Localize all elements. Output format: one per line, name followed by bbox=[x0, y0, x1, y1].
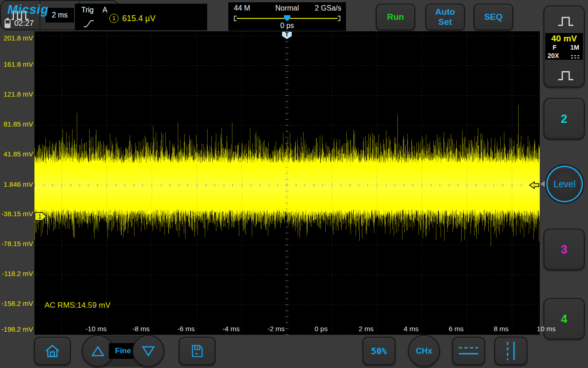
channel3-button[interactable]: 3 bbox=[543, 229, 585, 270]
rising-edge-icon bbox=[82, 18, 95, 29]
chx-button[interactable]: CHx bbox=[408, 335, 440, 367]
sample-rate: 2 GSa/s bbox=[315, 4, 341, 12]
vertical-cursors-button[interactable] bbox=[494, 337, 527, 365]
vertical-cursors-icon bbox=[504, 341, 517, 361]
trig-label: Trig bbox=[81, 6, 94, 14]
adjust-down-button[interactable] bbox=[132, 335, 164, 367]
knob-pointer-icon bbox=[540, 181, 545, 187]
channel1-info-box[interactable]: 40 mV F 1M 20X bbox=[545, 33, 583, 60]
y-axis-label: -78.15 mV bbox=[0, 240, 33, 247]
x-axis-label: -10 ms bbox=[78, 325, 114, 333]
trigger-position-marker[interactable] bbox=[284, 15, 290, 21]
level-knob[interactable]: Level bbox=[546, 166, 583, 202]
save-icon bbox=[190, 344, 204, 358]
trigger-status-box[interactable]: Trig A 1 615.4 µV bbox=[75, 4, 207, 30]
y-axis-label: 81.85 mV bbox=[0, 120, 33, 128]
x-axis-label: 8 ms bbox=[483, 325, 520, 333]
horizontal-cursors-button[interactable] bbox=[452, 337, 485, 365]
run-button[interactable]: Run bbox=[376, 4, 415, 30]
y-axis-label: 121.8 mV bbox=[0, 90, 33, 98]
channel1-scale: 40 mV bbox=[545, 34, 583, 44]
measurement-readout: AC RMS:14.59 mV bbox=[45, 301, 111, 310]
x-axis-label: -4 ms bbox=[213, 325, 249, 333]
y-axis-label: -38.15 mV bbox=[0, 210, 33, 218]
trigger-level-value: 615.4 µV bbox=[122, 14, 155, 23]
triangle-down-icon bbox=[141, 345, 156, 357]
track-left-bracket bbox=[234, 16, 237, 21]
channel1-button[interactable]: 40 mV F 1M 20X bbox=[543, 6, 585, 87]
x-axis-label: 2 ms bbox=[348, 325, 384, 333]
fifty-percent-button[interactable]: 50% bbox=[362, 337, 396, 365]
channel1-probe: 20X bbox=[548, 52, 559, 59]
pulse-icon[interactable] bbox=[556, 69, 575, 82]
trigger-delay-value: 0 ps bbox=[228, 22, 346, 30]
home-icon bbox=[44, 344, 61, 358]
channel2-button[interactable]: 2 bbox=[543, 98, 585, 139]
micsig-logo: Micsig bbox=[7, 3, 49, 17]
x-axis-label: 6 ms bbox=[438, 325, 475, 333]
coupling-dashes-icon bbox=[571, 55, 579, 59]
track-right-bracket bbox=[338, 16, 340, 21]
y-axis-label: 161.8 mV bbox=[0, 60, 33, 68]
waveform-display[interactable]: T 1 AC RMS:14.59 mV -10 ms -8 ms -6 ms -… bbox=[34, 31, 540, 335]
x-axis-label: 4 ms bbox=[393, 325, 430, 333]
x-axis-label: -2 ms bbox=[258, 325, 294, 333]
seq-button[interactable]: SEQ bbox=[474, 4, 513, 30]
y-axis-label: 201.8 mV bbox=[0, 34, 33, 42]
y-axis-label: -158.2 mV bbox=[0, 299, 33, 307]
acquisition-status-box[interactable]: 44 M Normal 2 GSa/s 0 ps bbox=[228, 2, 346, 31]
autoset-button[interactable]: AutoSet bbox=[425, 4, 465, 30]
horizontal-cursors-icon bbox=[458, 346, 479, 356]
waveform-canvas bbox=[34, 31, 540, 335]
battery-icon bbox=[5, 19, 11, 28]
channel1-ground-marker[interactable]: 1 bbox=[34, 212, 47, 221]
x-axis-label: 10 ms bbox=[528, 325, 565, 333]
clock: 02:27 bbox=[14, 19, 34, 28]
y-axis-label: 1.846 mV bbox=[0, 180, 33, 188]
trigger-level-arrow[interactable] bbox=[529, 181, 539, 189]
x-axis-label: -6 ms bbox=[168, 325, 204, 333]
y-axis-label: -198.2 mV bbox=[0, 325, 33, 333]
trig-source-label: A bbox=[102, 6, 107, 14]
oscilloscope-screen: Micsig 02:27 Trig A 1 615.4 µV 44 M Norm… bbox=[0, 0, 588, 368]
channel1-impedance: 1M bbox=[571, 44, 579, 51]
timebase-value: 2 ms bbox=[45, 8, 74, 23]
save-button[interactable] bbox=[179, 337, 215, 365]
channel4-button[interactable]: 4 bbox=[543, 298, 585, 339]
pulse-icon[interactable] bbox=[556, 15, 575, 28]
y-axis-label: 41.85 mV bbox=[0, 150, 33, 158]
trigger-channel-badge: 1 bbox=[109, 14, 119, 23]
x-axis-label: -8 ms bbox=[123, 325, 159, 333]
x-axis-label: 0 ps bbox=[303, 325, 339, 333]
channel1-coupling: F bbox=[553, 44, 557, 51]
svg-text:1: 1 bbox=[38, 213, 41, 220]
triangle-up-icon bbox=[90, 345, 106, 357]
home-button[interactable] bbox=[34, 337, 71, 365]
y-axis-label: -118.2 mV bbox=[0, 270, 33, 277]
